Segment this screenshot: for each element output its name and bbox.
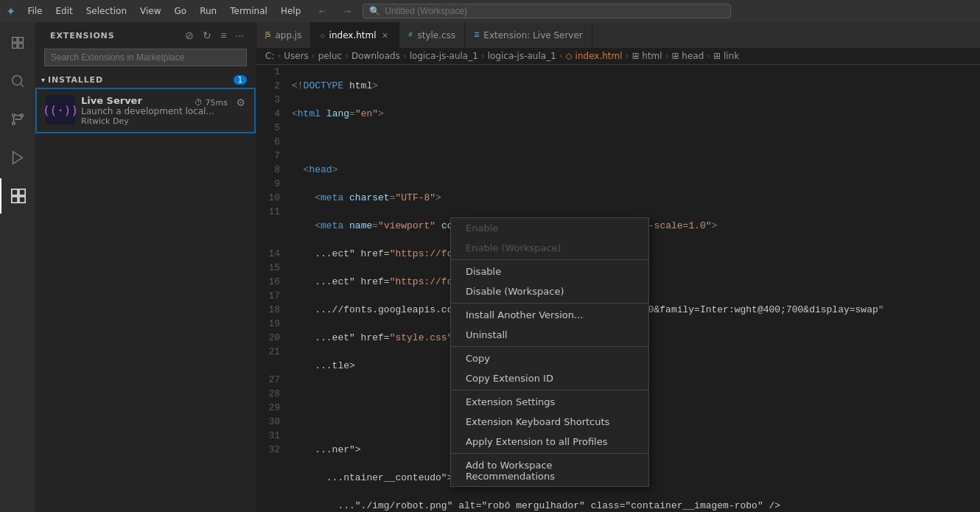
menu-edit[interactable]: Edit bbox=[50, 4, 79, 18]
more-button[interactable]: ··· bbox=[232, 28, 247, 43]
breadcrumb-sep-9: › bbox=[707, 51, 710, 61]
menu-help[interactable]: Help bbox=[275, 4, 307, 18]
context-menu: Enable Enable (Workspace) Disable Disabl… bbox=[450, 217, 649, 487]
app-logo: ✦ bbox=[6, 4, 15, 18]
tab-app-js[interactable]: JS app.js bbox=[256, 22, 311, 48]
breadcrumb-sep-3: › bbox=[345, 51, 349, 61]
refresh-button[interactable]: ↻ bbox=[200, 28, 214, 43]
ctx-uninstall[interactable]: Uninstall bbox=[451, 325, 648, 345]
extension-time: ⏱ 75ms bbox=[195, 98, 228, 108]
menu-file[interactable]: File bbox=[21, 4, 48, 18]
ctx-install-another[interactable]: Install Another Version... bbox=[451, 305, 648, 325]
views-button[interactable]: ≡ bbox=[217, 28, 229, 43]
ctx-add-workspace-recommendations[interactable]: Add to Workspace Recommendations bbox=[451, 455, 648, 486]
menu-selection[interactable]: Selection bbox=[80, 4, 133, 18]
ctx-enable-workspace[interactable]: Enable (Workspace) bbox=[451, 238, 648, 258]
sidebar: Extensions ⊘ ↻ ≡ ··· ▾ INSTALLED 1 ((·))… bbox=[35, 22, 256, 512]
menu-run[interactable]: Run bbox=[194, 4, 223, 18]
breadcrumb-users[interactable]: Users bbox=[284, 51, 309, 61]
ctx-copy[interactable]: Copy bbox=[451, 348, 648, 368]
filter-button[interactable]: ⊘ bbox=[182, 28, 197, 43]
sidebar-title: Extensions bbox=[50, 31, 115, 41]
extension-live-server[interactable]: ((·)) Live Server Launch a development l… bbox=[35, 88, 256, 133]
tab-label-live-server: Extension: Live Server bbox=[483, 30, 582, 41]
ctx-enable[interactable]: Enable bbox=[451, 218, 648, 238]
sidebar-header: Extensions ⊘ ↻ ≡ ··· bbox=[35, 22, 256, 46]
installed-count-badge: 1 bbox=[234, 75, 247, 85]
breadcrumb-downloads[interactable]: Downloads bbox=[351, 51, 400, 61]
svg-rect-5 bbox=[12, 189, 18, 195]
global-search-bar[interactable]: 🔍 bbox=[363, 4, 731, 18]
ctx-sep-1 bbox=[451, 259, 648, 260]
activity-search[interactable] bbox=[0, 63, 35, 99]
activity-explorer[interactable] bbox=[0, 25, 35, 60]
breadcrumb-peluc[interactable]: peluc bbox=[318, 51, 343, 61]
nav-back-button[interactable]: ← bbox=[312, 4, 332, 18]
css-file-icon: # bbox=[408, 32, 413, 38]
breadcrumb-sep-5: › bbox=[481, 51, 485, 61]
svg-point-1 bbox=[13, 114, 15, 117]
tab-live-server[interactable]: ☰ Extension: Live Server bbox=[465, 22, 592, 48]
breadcrumb-sep-4: › bbox=[403, 51, 407, 61]
global-search-input[interactable] bbox=[385, 6, 724, 16]
activity-extensions[interactable] bbox=[0, 178, 35, 214]
breadcrumb-sep-6: › bbox=[559, 51, 563, 61]
sidebar-actions: ⊘ ↻ ≡ ··· bbox=[182, 28, 247, 43]
ctx-sep-2 bbox=[451, 303, 648, 304]
tab-index-html[interactable]: ◇ index.html × bbox=[311, 22, 399, 48]
installed-section-header[interactable]: ▾ INSTALLED 1 bbox=[35, 72, 256, 88]
tab-label-app-js: app.js bbox=[275, 30, 301, 41]
ext-tab-icon: ☰ bbox=[474, 32, 479, 38]
breadcrumb-html-node[interactable]: ⊞ html bbox=[631, 51, 662, 61]
ctx-disable-workspace[interactable]: Disable (Workspace) bbox=[451, 281, 648, 301]
breadcrumb-project1[interactable]: logica-js-aula_1 bbox=[410, 51, 478, 61]
svg-point-0 bbox=[13, 76, 22, 85]
breadcrumb-sep-1: › bbox=[277, 51, 281, 61]
breadcrumb-c[interactable]: C: bbox=[265, 51, 274, 61]
ctx-copy-extension-id[interactable]: Copy Extension ID bbox=[451, 368, 648, 388]
breadcrumb-sep-8: › bbox=[665, 51, 669, 61]
js-file-icon: JS bbox=[265, 32, 270, 38]
svg-rect-7 bbox=[12, 197, 18, 203]
extension-icon: ((·)) bbox=[46, 95, 75, 125]
editor-wrapper: 1 2 3 4 5 6 7 8 9 10 11 14 15 16 17 bbox=[256, 65, 980, 512]
nav-forward-button[interactable]: → bbox=[337, 4, 357, 18]
ctx-disable[interactable]: Disable bbox=[451, 262, 648, 281]
ctx-sep-5 bbox=[451, 453, 648, 454]
breadcrumb-link-node[interactable]: ⊞ link bbox=[713, 51, 739, 61]
editor-area: JS app.js ◇ index.html × # style.css ☰ E… bbox=[256, 22, 980, 512]
ctx-extension-settings[interactable]: Extension Settings bbox=[451, 392, 648, 412]
svg-rect-8 bbox=[19, 197, 25, 203]
tab-style-css[interactable]: # style.css bbox=[399, 22, 465, 48]
extensions-search-box[interactable] bbox=[44, 49, 247, 66]
tabs-bar: JS app.js ◇ index.html × # style.css ☰ E… bbox=[256, 22, 980, 48]
breadcrumb: C: › Users › peluc › Downloads › logica-… bbox=[256, 48, 980, 65]
breadcrumb-sep-7: › bbox=[626, 51, 629, 61]
extension-gear-icon[interactable]: ⚙ bbox=[236, 97, 245, 108]
ctx-sep-3 bbox=[451, 346, 648, 347]
breadcrumb-indexhtml[interactable]: ◇ index.html bbox=[566, 51, 623, 61]
extension-desc: Launch a development local... bbox=[81, 106, 245, 116]
search-magnifier-icon: 🔍 bbox=[369, 6, 380, 16]
svg-point-3 bbox=[13, 122, 15, 125]
activity-source-control[interactable] bbox=[0, 102, 35, 137]
title-bar: ✦ File Edit Selection View Go Run Termin… bbox=[0, 0, 980, 22]
activity-debug[interactable] bbox=[0, 140, 35, 175]
extensions-search-input[interactable] bbox=[51, 52, 240, 63]
ctx-sep-4 bbox=[451, 390, 648, 390]
menu-go[interactable]: Go bbox=[169, 4, 193, 18]
tab-label-index-html: index.html bbox=[329, 30, 377, 41]
breadcrumb-head-node[interactable]: ⊞ head bbox=[671, 51, 704, 61]
ctx-extension-keyboard-shortcuts[interactable]: Extension Keyboard Shortcuts bbox=[451, 412, 648, 432]
html-file-icon: ◇ bbox=[320, 32, 324, 39]
breadcrumb-sep-2: › bbox=[312, 51, 315, 61]
ctx-apply-all-profiles[interactable]: Apply Extension to all Profiles bbox=[451, 432, 648, 452]
chevron-down-icon: ▾ bbox=[41, 76, 45, 84]
menu-view[interactable]: View bbox=[134, 4, 167, 18]
tab-close-button[interactable]: × bbox=[381, 30, 390, 41]
main-area: Extensions ⊘ ↻ ≡ ··· ▾ INSTALLED 1 ((·))… bbox=[0, 22, 980, 512]
menu-terminal[interactable]: Terminal bbox=[224, 4, 273, 18]
breadcrumb-project2[interactable]: logica-js-aula_1 bbox=[488, 51, 556, 61]
extension-author: Ritwick Dey bbox=[81, 116, 245, 126]
svg-marker-4 bbox=[13, 152, 23, 164]
